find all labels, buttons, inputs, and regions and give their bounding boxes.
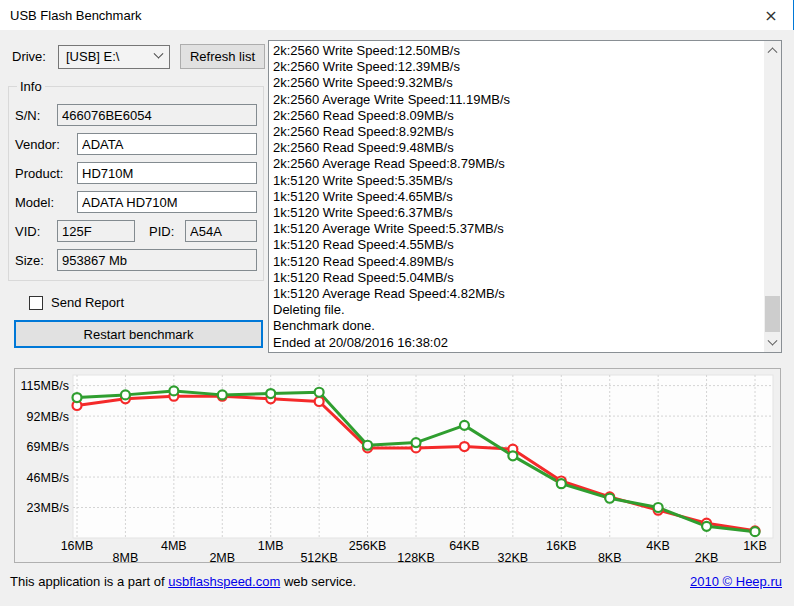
log-line: 2k:2560 Write Speed:12.39MB/s xyxy=(273,59,761,75)
drive-select[interactable]: [USB] E:\ xyxy=(58,45,170,69)
sn-label: S/N: xyxy=(15,108,57,123)
send-report-row: Send Report xyxy=(29,295,266,310)
svg-text:512KB: 512KB xyxy=(300,551,338,563)
svg-text:4KB: 4KB xyxy=(646,539,670,553)
scrollbar-thumb[interactable] xyxy=(765,296,780,332)
info-legend: Info xyxy=(17,79,45,94)
log-line: 2k:2560 Write Speed:9.32MB/s xyxy=(273,75,761,91)
log-line: 2k:2560 Write Speed:12.50MB/s xyxy=(273,43,761,59)
svg-text:256KB: 256KB xyxy=(349,539,387,553)
svg-text:115MB/s: 115MB/s xyxy=(21,379,69,393)
log-line: 2k:2560 Read Speed:8.09MB/s xyxy=(273,108,761,124)
vid-label: VID: xyxy=(15,224,57,239)
svg-text:1MB: 1MB xyxy=(258,539,284,553)
log-line: 1k:5120 Average Read Speed:4.82MB/s xyxy=(273,286,761,302)
footer-text-after: web service. xyxy=(280,574,356,589)
svg-text:8KB: 8KB xyxy=(598,551,622,563)
log-line: 1k:5120 Read Speed:4.89MB/s xyxy=(273,254,761,270)
pid-label: PID: xyxy=(149,224,185,239)
log-line: Deleting file. xyxy=(273,302,761,318)
svg-text:69MB/s: 69MB/s xyxy=(27,440,69,454)
svg-text:4MB: 4MB xyxy=(161,539,187,553)
close-button[interactable]: × xyxy=(749,0,793,30)
log-line: 2k:2560 Average Read Speed:8.79MB/s xyxy=(273,156,761,172)
model-field[interactable] xyxy=(77,191,257,213)
left-panel: Drive: [USB] E:\ Refresh list Info S/N: … xyxy=(0,30,266,348)
chevron-down-icon xyxy=(768,336,778,346)
drive-label: Drive: xyxy=(12,49,58,64)
drive-selected-value: [USB] E:\ xyxy=(66,49,119,64)
model-row: Model: xyxy=(15,191,257,213)
svg-text:16KB: 16KB xyxy=(546,539,577,553)
svg-text:2MB: 2MB xyxy=(209,551,235,563)
title-bar: USB Flash Benchmark × xyxy=(0,0,794,30)
product-row: Product: xyxy=(15,162,257,184)
footer: This application is a part of usbflashsp… xyxy=(0,572,794,589)
vid-field[interactable] xyxy=(57,220,135,242)
svg-text:1KB: 1KB xyxy=(743,539,767,553)
window-title: USB Flash Benchmark xyxy=(10,8,142,23)
log-line: 2k:2560 Read Speed:9.48MB/s xyxy=(273,140,761,156)
footer-text: This application is a part of usbflashsp… xyxy=(10,574,356,589)
send-report-label: Send Report xyxy=(51,295,124,310)
scroll-up-button[interactable] xyxy=(764,41,781,58)
log-line: 1k:5120 Read Speed:4.55MB/s xyxy=(273,237,761,253)
copyright-link[interactable]: 2010 © Heep.ru xyxy=(690,574,782,589)
log-line: 2k:2560 Read Speed:8.92MB/s xyxy=(273,124,761,140)
log-line: 1k:5120 Read Speed:5.04MB/s xyxy=(273,270,761,286)
footer-text-before: This application is a part of xyxy=(10,574,168,589)
svg-text:8MB: 8MB xyxy=(113,551,139,563)
product-label: Product: xyxy=(15,166,77,181)
svg-text:92MB/s: 92MB/s xyxy=(27,410,69,424)
vendor-row: Vendor: xyxy=(15,133,257,155)
log-line: Benchmark done. xyxy=(273,318,761,334)
product-field[interactable] xyxy=(77,162,257,184)
speed-chart-svg: 23MB/s46MB/s69MB/s92MB/s115MB/s16MB8MB4M… xyxy=(15,369,780,562)
svg-text:2KB: 2KB xyxy=(695,551,719,563)
size-row: Size: xyxy=(15,249,257,271)
scroll-down-button[interactable] xyxy=(764,335,781,352)
sn-field[interactable] xyxy=(57,104,257,126)
log-output[interactable]: 2k:2560 Write Speed:12.50MB/s2k:2560 Wri… xyxy=(268,40,782,353)
usbflashspeed-link[interactable]: usbflashspeed.com xyxy=(168,574,280,589)
drive-row: Drive: [USB] E:\ Refresh list xyxy=(12,44,266,69)
size-label: Size: xyxy=(15,253,57,268)
svg-text:16MB: 16MB xyxy=(61,539,94,553)
log-scrollbar[interactable] xyxy=(764,41,781,352)
log-lines: 2k:2560 Write Speed:12.50MB/s2k:2560 Wri… xyxy=(269,41,781,351)
log-line: 1k:5120 Write Speed:5.35MB/s xyxy=(273,173,761,189)
svg-text:23MB/s: 23MB/s xyxy=(27,501,69,515)
model-label: Model: xyxy=(15,195,77,210)
scrollbar-track[interactable] xyxy=(764,58,781,335)
log-line: 1k:5120 Average Write Speed:5.37MB/s xyxy=(273,221,761,237)
close-icon: × xyxy=(764,6,777,25)
sn-row: S/N: xyxy=(15,104,257,126)
chevron-down-icon xyxy=(154,49,164,59)
vendor-field[interactable] xyxy=(77,133,257,155)
vendor-label: Vendor: xyxy=(15,137,77,152)
svg-text:64KB: 64KB xyxy=(449,539,480,553)
refresh-list-button[interactable]: Refresh list xyxy=(180,44,265,69)
svg-text:128KB: 128KB xyxy=(397,551,435,563)
log-line: Ended at 20/08/2016 16:38:02 xyxy=(273,335,761,351)
info-groupbox: Info S/N: Vendor: Product: Model: VID: P… xyxy=(8,79,264,281)
svg-text:32KB: 32KB xyxy=(498,551,529,563)
restart-benchmark-button[interactable]: Restart benchmark xyxy=(14,320,263,348)
svg-text:46MB/s: 46MB/s xyxy=(27,471,69,485)
vid-pid-row: VID: PID: xyxy=(15,220,257,242)
size-field[interactable] xyxy=(57,249,257,271)
log-line: 2k:2560 Average Write Speed:11.19MB/s xyxy=(273,92,761,108)
send-report-checkbox[interactable] xyxy=(29,296,43,310)
pid-field[interactable] xyxy=(185,220,257,242)
log-line: 1k:5120 Write Speed:6.37MB/s xyxy=(273,205,761,221)
log-line: 1k:5120 Write Speed:4.65MB/s xyxy=(273,189,761,205)
benchmark-chart: 23MB/s46MB/s69MB/s92MB/s115MB/s16MB8MB4M… xyxy=(14,368,781,563)
chevron-up-icon xyxy=(768,47,778,57)
